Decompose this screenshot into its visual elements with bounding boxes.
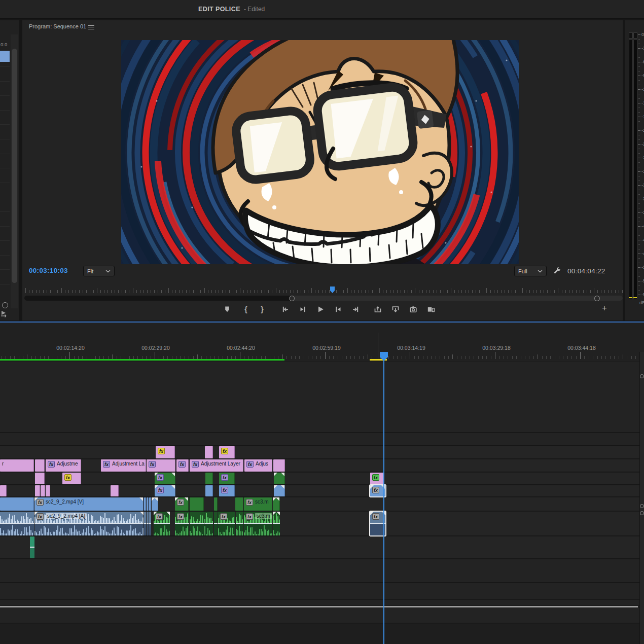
playback-resolution-dropdown[interactable]: Full xyxy=(514,266,547,276)
play-button[interactable] xyxy=(316,305,325,314)
timeline-clip[interactable]: fxAdjus xyxy=(244,459,272,472)
timeline-clip[interactable] xyxy=(35,459,45,472)
timeline-clip[interactable] xyxy=(35,485,40,496)
timeline-clip[interactable] xyxy=(236,512,243,535)
timeline-clip[interactable] xyxy=(235,497,243,511)
timeline-clip[interactable] xyxy=(149,512,151,535)
selected-list-item[interactable] xyxy=(0,51,10,62)
mark-out-button[interactable]: } xyxy=(258,305,267,314)
track-area-divider[interactable] xyxy=(0,606,638,607)
timeline-clip[interactable] xyxy=(111,485,119,496)
scrollbar-handle[interactable] xyxy=(640,374,644,378)
timeline-clip[interactable] xyxy=(214,512,218,535)
timeline-clip[interactable] xyxy=(273,459,285,472)
export-frame-button[interactable] xyxy=(409,305,418,314)
timeline-clip[interactable]: fx xyxy=(175,497,189,511)
timeline-clip[interactable] xyxy=(46,485,50,496)
timeline-clip[interactable]: fxAdjustme xyxy=(46,459,81,472)
timeline-clip[interactable]: fx xyxy=(219,485,235,496)
go-to-in-button[interactable] xyxy=(280,305,290,314)
timeline-clip[interactable] xyxy=(0,512,34,535)
fx-badge-icon[interactable]: fx xyxy=(37,499,44,506)
button-editor-button[interactable]: + xyxy=(599,303,610,313)
timeline-clip[interactable] xyxy=(214,497,218,511)
timeline-clip[interactable]: fx xyxy=(218,512,235,535)
timeline-clip[interactable] xyxy=(274,485,285,496)
timeline-clip[interactable]: fx xyxy=(155,473,175,484)
timeline-clip[interactable] xyxy=(0,485,7,496)
timeline-clip[interactable] xyxy=(273,512,280,535)
timeline-clip[interactable]: fx xyxy=(219,473,235,484)
zoom-handle-left[interactable] xyxy=(289,296,295,301)
fx-badge-icon[interactable]: fx xyxy=(157,474,164,481)
timeline-clip[interactable]: fx xyxy=(154,512,170,535)
fx-badge-icon[interactable]: fx xyxy=(156,513,163,520)
timeline-clip[interactable] xyxy=(190,497,204,511)
mark-in-button[interactable]: { xyxy=(241,305,251,314)
monitor-playhead[interactable] xyxy=(330,286,335,293)
timeline-clip[interactable] xyxy=(190,512,204,535)
timeline-clip[interactable] xyxy=(41,485,45,496)
play-tray-icon[interactable] xyxy=(1,310,8,319)
extract-button[interactable] xyxy=(391,305,400,314)
timeline-clip[interactable]: r xyxy=(0,459,34,472)
timeline-clip[interactable]: fx xyxy=(219,446,235,458)
comparison-view-button[interactable] xyxy=(426,305,436,314)
fx-badge-icon[interactable]: fx xyxy=(192,461,199,468)
timeline-clip[interactable]: fx xyxy=(155,485,175,496)
timeline-clip[interactable]: fx xyxy=(176,459,189,472)
fx-badge-icon[interactable]: fx xyxy=(178,461,186,468)
timeline-scrollbar[interactable] xyxy=(639,352,644,644)
timeline-clip[interactable]: fxsc2_9_2.mp4 [A] xyxy=(34,512,144,535)
fx-badge-icon[interactable]: fx xyxy=(64,474,71,481)
timeline-clip[interactable] xyxy=(0,497,34,511)
timeline-clip[interactable] xyxy=(205,485,213,496)
fx-badge-icon[interactable]: fx xyxy=(37,513,44,520)
record-icon[interactable] xyxy=(2,302,8,308)
current-timecode[interactable]: 00:03:10:03 xyxy=(29,267,68,274)
go-to-out-button[interactable] xyxy=(351,305,361,314)
add-marker-button[interactable] xyxy=(223,305,232,314)
fx-badge-icon[interactable]: fx xyxy=(157,487,164,493)
timeline-clip[interactable]: fxsc3.m xyxy=(244,497,272,511)
fx-badge-icon[interactable]: fx xyxy=(372,487,379,493)
zoom-handle-right[interactable] xyxy=(594,296,600,301)
fx-badge-icon[interactable]: fx xyxy=(372,474,379,481)
fx-badge-icon[interactable]: fx xyxy=(246,513,253,520)
panel-tab-label[interactable]: Program: Sequence 01 xyxy=(29,23,86,29)
fx-badge-icon[interactable]: fx xyxy=(158,448,165,454)
timeline-clip[interactable] xyxy=(204,512,213,535)
fx-badge-icon[interactable]: fx xyxy=(221,448,228,454)
timeline-clip[interactable] xyxy=(30,536,34,558)
fx-badge-icon[interactable]: fx xyxy=(149,461,156,468)
timeline-clip[interactable]: fx xyxy=(156,446,175,458)
timeline-clip[interactable] xyxy=(274,473,285,484)
timeline-clip[interactable] xyxy=(205,446,213,458)
timeline-clip[interactable] xyxy=(152,497,158,511)
step-back-button[interactable] xyxy=(298,305,307,314)
timeline-clip[interactable]: fxAdjustment Layer xyxy=(190,459,243,472)
fx-badge-icon[interactable]: fx xyxy=(372,513,379,520)
timeline-clip[interactable] xyxy=(144,497,146,511)
timeline-clip[interactable] xyxy=(144,512,146,535)
fx-badge-icon[interactable]: fx xyxy=(103,461,110,468)
timeline-clip[interactable] xyxy=(149,497,151,511)
settings-wrench-icon[interactable] xyxy=(553,266,561,277)
fx-badge-icon[interactable]: fx xyxy=(221,474,228,481)
timeline-clip[interactable] xyxy=(273,497,280,511)
fx-badge-icon[interactable]: fx xyxy=(220,513,227,520)
timeline-clip[interactable]: fx xyxy=(147,459,175,472)
step-forward-button[interactable] xyxy=(334,305,343,314)
scrollbar-handle[interactable] xyxy=(640,504,644,508)
timeline-clip[interactable]: fx xyxy=(62,473,81,484)
fx-badge-icon[interactable]: fx xyxy=(177,499,184,506)
timeline-playhead-line[interactable] xyxy=(383,352,384,644)
fx-badge-icon[interactable]: fx xyxy=(246,461,254,468)
zoom-level-dropdown[interactable]: Fit xyxy=(83,266,115,276)
fx-badge-icon[interactable]: fx xyxy=(177,513,184,520)
fx-badge-icon[interactable]: fx xyxy=(221,487,228,493)
timeline-clip[interactable]: fxsc3.m xyxy=(244,512,272,535)
lift-button[interactable] xyxy=(373,305,382,314)
timeline-clip[interactable]: fxAdjustment La xyxy=(101,459,146,472)
fx-badge-icon[interactable]: fx xyxy=(246,499,253,506)
